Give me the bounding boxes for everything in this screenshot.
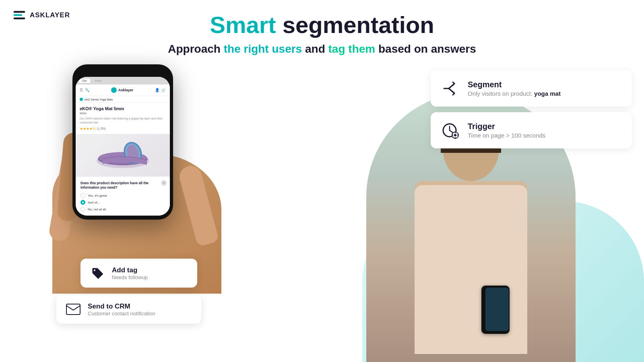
product-info: eKO® Yoga Mat 5mm Mats Our 100% natural … <box>76 103 170 134</box>
logo-text: ASKLAYER <box>30 11 70 19</box>
segment-desc-highlight: yoga mat <box>534 90 561 97</box>
title-part2: segmentation <box>283 12 434 38</box>
title-part1: Smart <box>210 12 283 38</box>
mail-icon <box>64 300 82 318</box>
crm-label: Send to CRM <box>88 302 155 311</box>
add-tag-card: Add tag Needs followup <box>80 259 197 288</box>
phone-nav: ☰ 🔍 Asklayer 👤 🛒 <box>76 84 170 96</box>
inactive-tab: rivals <box>92 78 105 83</box>
phone-logo: Asklayer <box>111 87 134 93</box>
product-image <box>76 134 170 176</box>
trigger-title: Trigger <box>468 122 545 131</box>
svg-rect-2 <box>14 17 25 19</box>
logo: ASKLAYER <box>12 8 70 23</box>
asklayer-logo-icon <box>12 8 27 23</box>
segment-info: Segment Only visitors on product: yoga m… <box>468 80 561 97</box>
survey-option-2-label: Sort of... <box>88 201 100 204</box>
crm-info: Send to CRM Customer contact notificatio… <box>88 302 155 317</box>
active-tab: Our <box>79 78 90 83</box>
browser-bar: Our rivals <box>76 77 170 84</box>
radio-empty-1 <box>80 193 85 198</box>
svg-rect-0 <box>14 11 25 13</box>
subtitle-highlight1: the right users <box>224 43 302 55</box>
crm-sublabel: Customer contact notification <box>88 311 155 317</box>
add-tag-info: Add tag Needs followup <box>112 266 148 280</box>
subtitle-highlight2: tag them <box>328 43 376 55</box>
product-type: Mats <box>80 111 166 115</box>
survey-option-3[interactable]: No, not at all <box>80 207 165 212</box>
survey-option-2[interactable]: Sort of... <box>80 200 165 205</box>
subtitle-part2: and <box>302 43 328 55</box>
trigger-card: Trigger Time on page > 100 seconds <box>431 112 632 148</box>
page-header: Smart segmentation Approach the right us… <box>0 0 644 56</box>
radio-empty-3 <box>80 207 85 212</box>
phone-frame: Our rivals ☰ 🔍 Asklayer 👤 🛒 <box>72 64 173 220</box>
yoga-mat-svg <box>95 137 151 173</box>
survey-popup: × Does this product description have all… <box>76 176 170 216</box>
segment-description: Only visitors on product: yoga mat <box>468 90 561 97</box>
svg-line-16 <box>450 130 453 133</box>
product-description: Our 100% natural rubber mat featuring a … <box>80 117 166 125</box>
survey-option-1[interactable]: Yes, it's great <box>80 193 165 198</box>
subtitle-part3: based on answers <box>375 43 476 55</box>
trigger-icon <box>440 120 460 140</box>
right-info-cards: Segment Only visitors on product: yoga m… <box>431 70 632 154</box>
add-tag-label: Add tag <box>112 266 148 274</box>
trigger-description: Time on page > 100 seconds <box>468 132 545 139</box>
crm-card: Send to CRM Customer contact notificatio… <box>56 295 201 324</box>
survey-option-1-label: Yes, it's great <box>88 194 107 197</box>
product-rating: ★★★★½ (1,250) <box>80 127 166 131</box>
add-tag-sublabel: Needs followup <box>112 274 148 280</box>
subtitle-part1: Approach <box>168 43 223 55</box>
survey-close-button[interactable]: × <box>161 180 167 186</box>
svg-point-9 <box>94 269 95 271</box>
subtitle: Approach the right users and tag them ba… <box>0 43 644 56</box>
segment-icon <box>440 78 460 99</box>
survey-question: Does this product description have all t… <box>80 181 165 191</box>
segment-desc-prefix: Only visitors on product: <box>468 90 534 97</box>
svg-rect-1 <box>14 14 23 16</box>
survey-option-3-label: No, not at all <box>88 208 106 211</box>
segment-card: Segment Only visitors on product: yoga m… <box>431 70 632 107</box>
trigger-info: Trigger Time on page > 100 seconds <box>468 122 545 139</box>
tag-icon <box>89 264 106 282</box>
svg-point-22 <box>454 134 456 136</box>
product-name: eKO® Yoga Mat 5mm <box>80 106 166 111</box>
svg-rect-10 <box>66 304 80 315</box>
phone-breadcrumb: eKO Series Yoga Mats <box>76 96 170 103</box>
segment-title: Segment <box>468 80 561 89</box>
main-title: Smart segmentation <box>0 12 644 38</box>
radio-filled-2 <box>80 200 85 205</box>
